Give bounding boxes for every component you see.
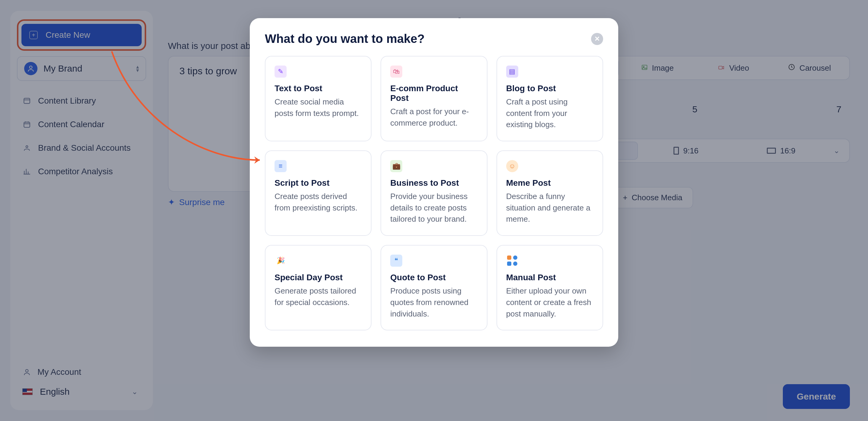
blog-icon: ▤ (506, 65, 518, 78)
card-title: Script to Post (275, 178, 362, 188)
card-ecomm-post[interactable]: 🛍 E-comm Product Post Craft a post for y… (380, 56, 487, 141)
card-desc: Produce posts using quotes from renowned… (390, 285, 477, 320)
card-title: Business to Post (390, 178, 477, 188)
card-meme-post[interactable]: ☺ Meme Post Describe a funny situation a… (497, 150, 603, 236)
text-icon: ✎ (275, 65, 287, 78)
briefcase-icon: 💼 (390, 160, 402, 172)
card-text-to-post[interactable]: ✎ Text to Post Create social media posts… (265, 56, 371, 141)
grid-icon (506, 254, 518, 267)
script-icon: ≡ (275, 160, 287, 172)
card-manual-post[interactable]: Manual Post Either upload your own conte… (497, 245, 603, 330)
close-button[interactable]: ✕ (591, 33, 603, 45)
card-desc: Generate posts tailored for special occa… (275, 285, 362, 308)
card-desc: Craft a post using content from your exi… (506, 96, 593, 130)
card-quote-to-post[interactable]: ❝ Quote to Post Produce posts using quot… (380, 245, 487, 330)
card-desc: Create posts derived from preexisting sc… (275, 191, 362, 213)
close-icon: ✕ (594, 35, 600, 43)
content-type-modal: What do you want to make? ✕ ✎ Text to Po… (250, 18, 618, 347)
card-business-to-post[interactable]: 💼 Business to Post Provide your business… (380, 150, 487, 236)
card-desc: Provide your business details to create … (390, 191, 477, 225)
card-desc: Create social media posts form texts pro… (275, 96, 362, 119)
smile-icon: ☺ (506, 160, 518, 172)
card-blog-to-post[interactable]: ▤ Blog to Post Craft a post using conten… (497, 56, 603, 141)
card-title: Special Day Post (275, 273, 362, 282)
quote-icon: ❝ (390, 254, 402, 267)
card-special-day-post[interactable]: 🎉 Special Day Post Generate posts tailor… (265, 245, 371, 330)
modal-title: What do you want to make? (265, 32, 425, 46)
card-desc: Either upload your own content or create… (506, 285, 593, 320)
ecomm-icon: 🛍 (390, 65, 402, 78)
card-title: Meme Post (506, 178, 593, 188)
card-desc: Craft a post for your e-commerce product… (390, 106, 477, 129)
card-title: Manual Post (506, 273, 593, 282)
card-desc: Describe a funny situation and generate … (506, 191, 593, 225)
card-title: Blog to Post (506, 84, 593, 93)
card-title: Text to Post (275, 84, 362, 93)
confetti-icon: 🎉 (275, 254, 287, 267)
card-title: E-comm Product Post (390, 84, 477, 103)
card-script-to-post[interactable]: ≡ Script to Post Create posts derived fr… (265, 150, 371, 236)
card-title: Quote to Post (390, 273, 477, 282)
